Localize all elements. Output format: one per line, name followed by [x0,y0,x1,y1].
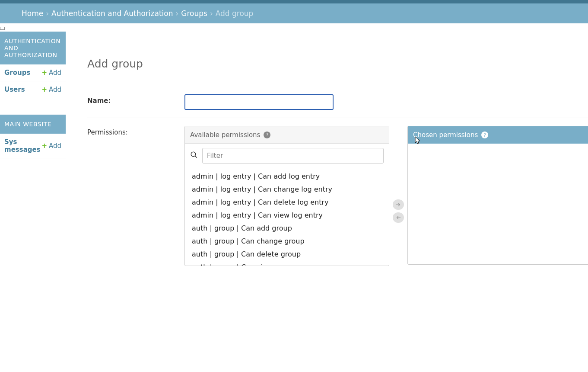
permission-option[interactable]: auth | group | Can change group [185,235,389,248]
breadcrumb: Home › Authentication and Authorization … [0,3,588,23]
permission-option[interactable]: admin | log entry | Can add log entry [185,170,389,183]
chosen-permissions-box: Chosen permissions ? [407,126,588,265]
sidebar-add-label: Add [49,142,61,150]
breadcrumb-sep: › [46,9,49,18]
main-content: Add group Name: Permissions: Available p… [66,32,588,274]
plus-icon: + [41,69,47,77]
search-icon [190,151,198,160]
permissions-label: Permissions: [87,126,184,136]
available-permissions-box: Available permissions ? admin | log entr… [184,126,389,266]
permission-option[interactable]: auth | group | Can add group [185,222,389,235]
breadcrumb-current: Add group [216,9,254,18]
collapse-toggle[interactable] [0,27,5,30]
permission-option[interactable]: admin | log entry | Can delete log entry [185,196,389,209]
sidebar-item-users[interactable]: Users [4,86,25,93]
help-icon[interactable]: ? [481,131,488,138]
chosen-permissions-list[interactable] [408,144,588,264]
sidebar-section-auth-title: AUTHENTICATION AND AUTHORIZATION [0,32,66,64]
sidebar-item-sys-messages[interactable]: Sys messages [4,138,41,154]
name-label: Name: [87,94,184,105]
permission-option[interactable]: admin | log entry | Can change log entry [185,183,389,196]
permissions-filter-input[interactable] [202,148,384,164]
breadcrumb-auth[interactable]: Authentication and Authorization [51,9,173,18]
sidebar-section-main-title: MAIN WEBSITE [0,115,66,134]
sidebar-add-sys-messages[interactable]: + Add [41,142,61,150]
permission-option[interactable]: admin | log entry | Can view log entry [185,209,389,222]
sidebar-add-label: Add [49,86,61,93]
permission-option[interactable]: auth | group | Can delete group [185,248,389,261]
sidebar: AUTHENTICATION AND AUTHORIZATION Groups … [0,32,66,175]
move-right-button[interactable] [393,199,404,210]
sidebar-add-users[interactable]: + Add [41,86,61,93]
page-title: Add group [87,58,588,70]
sidebar-item-groups[interactable]: Groups [4,69,30,77]
available-permissions-list[interactable]: admin | log entry | Can add log entryadm… [185,168,389,266]
sidebar-add-groups[interactable]: + Add [41,69,61,77]
topbar-accent [0,0,588,3]
available-permissions-title: Available permissions [190,131,260,139]
breadcrumb-home[interactable]: Home [22,9,43,18]
breadcrumb-groups[interactable]: Groups [181,9,207,18]
plus-icon: + [41,142,47,150]
move-left-button[interactable] [393,212,404,223]
name-input[interactable] [184,94,334,110]
permission-option[interactable]: auth | group | Can view group [185,261,389,266]
help-icon[interactable]: ? [264,131,270,138]
svg-point-0 [191,152,196,157]
sidebar-add-label: Add [49,69,61,77]
breadcrumb-sep: › [210,9,213,18]
plus-icon: + [41,86,47,93]
breadcrumb-sep: › [175,9,178,18]
svg-line-1 [195,156,197,158]
chosen-permissions-title: Chosen permissions [413,131,478,139]
